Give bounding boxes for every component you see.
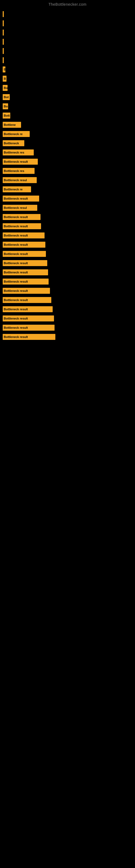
- bar-label-34: Bottleneck result: [4, 317, 28, 320]
- bar-row: Bottleneck result: [3, 269, 132, 276]
- bar-label-12: Bott: [4, 114, 10, 117]
- bar-21: Bottleneck result: [3, 195, 39, 202]
- bar-13: Bottlene: [3, 122, 21, 128]
- bar-29: Bottleneck result: [3, 269, 48, 275]
- bar-row: Bottleneck result: [3, 231, 132, 239]
- bar-label-31: Bottleneck result: [4, 289, 28, 292]
- bar-row: Bottleneck resul: [3, 204, 132, 212]
- bar-row: Bottleneck res: [3, 149, 132, 156]
- bar-5: [3, 48, 4, 54]
- bar-row: Bottleneck res: [3, 167, 132, 175]
- bar-row: Bottleneck: [3, 140, 132, 147]
- bar-label-36: Bottleneck result: [4, 335, 28, 339]
- bar-label-33: Bottleneck result: [4, 308, 28, 311]
- bar-label-22: Bottleneck resul: [4, 206, 27, 209]
- bar-label-27: Bottleneck result: [4, 252, 28, 255]
- bar-row: Bottleneck re: [3, 186, 132, 193]
- bar-row: Bottleneck result: [3, 324, 132, 332]
- bar-6: [3, 57, 4, 63]
- bar-18: Bottleneck res: [3, 168, 35, 174]
- bar-label-24: Bottleneck result: [4, 225, 28, 228]
- bar-label-16: Bottleneck res: [4, 151, 24, 154]
- bar-label-15: Bottleneck: [4, 142, 19, 145]
- bar-row: Bottleneck result: [3, 195, 132, 203]
- bar-11: Bo: [3, 103, 8, 109]
- bar-28: Bottleneck result: [3, 260, 47, 266]
- bar-row: Bottleneck result: [3, 278, 132, 285]
- bar-row: Bottleneck result: [3, 250, 132, 258]
- bar-label-8: B: [4, 77, 6, 80]
- bar-label-19: Bottleneck resul: [4, 179, 27, 182]
- bar-27: Bottleneck result: [3, 251, 46, 257]
- bar-24: Bottleneck result: [3, 223, 41, 229]
- bar-label-14: Bottleneck re: [4, 132, 23, 135]
- bar-row: Bottlene: [3, 121, 132, 129]
- bar-label-21: Bottleneck result: [4, 197, 28, 200]
- page-container: TheBottlenecker.com BBBoBotBoBottBottlen…: [0, 0, 135, 345]
- bar-12: Bott: [3, 113, 10, 119]
- bar-30: Bottleneck result: [3, 279, 49, 284]
- bar-row: [3, 10, 132, 18]
- bar-16: Bottleneck res: [3, 150, 34, 155]
- bar-14: Bottleneck re: [3, 131, 30, 137]
- bar-label-35: Bottleneck result: [4, 326, 28, 329]
- bar-34: Bottleneck result: [3, 315, 54, 321]
- bar-label-20: Bottleneck re: [4, 188, 23, 191]
- bar-4: [3, 39, 4, 45]
- bar-row: Bottleneck result: [3, 315, 132, 322]
- bar-row: [3, 38, 132, 45]
- bar-label-30: Bottleneck result: [4, 280, 28, 283]
- bar-row: Bot: [3, 93, 132, 101]
- bar-label-10: Bot: [4, 95, 9, 99]
- bar-2: [3, 20, 4, 26]
- bar-row: [3, 29, 132, 36]
- bar-row: Bott: [3, 112, 132, 119]
- bar-19: Bottleneck resul: [3, 177, 37, 183]
- bar-row: Bottleneck result: [3, 259, 132, 267]
- bar-25: Bottleneck result: [3, 232, 45, 239]
- bar-label-7: B: [4, 68, 5, 71]
- bar-row: Bo: [3, 84, 132, 92]
- bars-container: BBBoBotBoBottBottleneBottleneck reBottle…: [0, 8, 135, 345]
- site-title: TheBottlenecker.com: [0, 0, 135, 8]
- bar-row: Bottleneck result: [3, 213, 132, 221]
- bar-label-9: Bo: [4, 86, 8, 90]
- bar-label-25: Bottleneck result: [4, 234, 28, 237]
- bar-row: Bottleneck result: [3, 305, 132, 313]
- bar-35: Bottleneck result: [3, 325, 54, 331]
- bar-33: Bottleneck result: [3, 306, 53, 312]
- bar-row: Bo: [3, 102, 132, 110]
- bar-1: [3, 11, 4, 17]
- bar-label-23: Bottleneck result: [4, 215, 28, 219]
- bar-36: Bottleneck result: [3, 334, 55, 340]
- bar-label-13: Bottlene: [4, 123, 16, 126]
- bar-label-29: Bottleneck result: [4, 271, 28, 274]
- bar-label-11: Bo: [4, 105, 8, 108]
- bar-23: Bottleneck result: [3, 214, 41, 220]
- bar-label-26: Bottleneck result: [4, 243, 28, 246]
- bar-32: Bottleneck result: [3, 297, 51, 303]
- bar-3: [3, 30, 4, 35]
- bar-label-28: Bottleneck result: [4, 261, 28, 265]
- bar-22: Bottleneck resul: [3, 205, 37, 211]
- bar-31: Bottleneck result: [3, 288, 50, 294]
- bar-7: B: [3, 66, 5, 72]
- bar-row: Bottleneck result: [3, 158, 132, 165]
- bar-row: Bottleneck re: [3, 130, 132, 138]
- bar-9: Bo: [3, 85, 8, 91]
- bar-20: Bottleneck re: [3, 186, 31, 192]
- bar-row: Bottleneck resul: [3, 176, 132, 184]
- bar-row: B: [3, 66, 132, 73]
- bar-10: Bot: [3, 94, 10, 100]
- bar-8: B: [3, 76, 6, 82]
- bar-row: [3, 20, 132, 27]
- bar-row: Bottleneck result: [3, 296, 132, 304]
- bar-row: B: [3, 75, 132, 83]
- bar-row: [3, 47, 132, 55]
- bar-17: Bottleneck result: [3, 159, 38, 165]
- bar-26: Bottleneck result: [3, 242, 45, 248]
- bar-label-18: Bottleneck res: [4, 169, 24, 173]
- bar-row: [3, 56, 132, 64]
- bar-row: Bottleneck result: [3, 241, 132, 248]
- bar-label-17: Bottleneck result: [4, 160, 28, 163]
